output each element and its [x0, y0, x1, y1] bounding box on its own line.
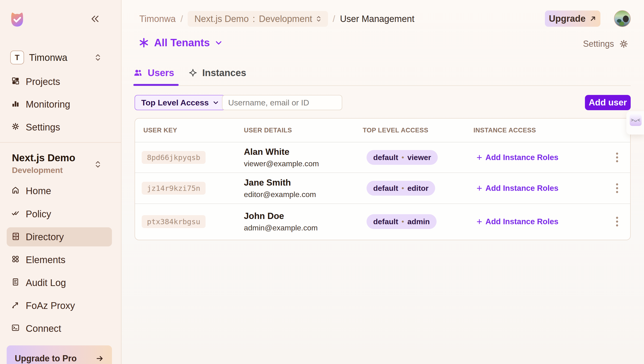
bar-chart-icon: [12, 99, 20, 110]
user-key-badge: 8pd66jkpyqsb: [142, 151, 206, 164]
sidebar-item-label: Connect: [26, 323, 61, 334]
user-search: [222, 95, 342, 110]
breadcrumb-project: Next.js Demo: [194, 14, 249, 24]
page-settings-link[interactable]: Settings: [583, 38, 628, 50]
tab-instances[interactable]: Instances: [189, 65, 246, 81]
add-user-button[interactable]: Add user: [585, 95, 631, 110]
feedback-widget[interactable]: >ᴗ<: [626, 111, 644, 134]
user-details-cell: Jane Smith editor@example.com: [242, 178, 361, 199]
tab-users[interactable]: Users: [133, 65, 174, 81]
add-instance-roles-label: Add Instance Roles: [486, 153, 558, 162]
circles-icon: [12, 255, 20, 265]
dot-separator: •: [402, 153, 404, 161]
sidebar-item-label: FoAz Proxy: [26, 300, 75, 311]
user-name: John Doe: [244, 211, 361, 221]
dot-separator: •: [402, 184, 404, 192]
sidebar-item-settings[interactable]: Settings: [12, 118, 60, 137]
workspace-chevron-updown-icon[interactable]: [95, 53, 101, 63]
grid-icon: [12, 76, 20, 87]
upgrade-to-pro-banner[interactable]: Upgrade to Pro: [7, 345, 112, 364]
plus-icon: +: [476, 217, 482, 226]
breadcrumb-page-title: User Management: [340, 14, 414, 24]
search-input[interactable]: [222, 98, 340, 107]
sidebar-item-label: Policy: [26, 209, 51, 220]
tab-label: Users: [148, 68, 174, 78]
column-header-user-key: USER KEY: [142, 127, 242, 134]
access-role: admin: [407, 217, 430, 226]
workspace-initial-badge: T: [10, 51, 24, 64]
tab-bar: Users Instances: [133, 65, 246, 81]
sidebar-item-label: Directory: [26, 232, 64, 242]
user-key-badge: jz14r9kzi75n: [142, 182, 206, 195]
project-chevron-updown-icon[interactable]: [95, 160, 101, 169]
breadcrumb-separator: /: [180, 14, 183, 24]
access-role-badge: default • admin: [366, 214, 436, 229]
sidebar-item-foaz-proxy[interactable]: FoAz Proxy: [12, 296, 75, 315]
sidebar-item-directory[interactable]: Directory: [12, 227, 64, 246]
workspace-name: Timonwa: [29, 52, 68, 63]
breadcrumb-workspace[interactable]: Timonwa: [139, 14, 176, 24]
sidebar-collapse-icon[interactable]: [90, 14, 100, 24]
workspace-selector[interactable]: Timonwa: [29, 51, 68, 64]
chevron-down-icon: [215, 40, 222, 46]
top-level-access-cell: default • viewer: [361, 150, 472, 165]
tenant-selector[interactable]: All Tenants: [139, 36, 222, 50]
add-instance-roles-button[interactable]: + Add Instance Roles: [472, 217, 615, 226]
sidebar-item-audit-log[interactable]: Audit Log: [12, 273, 66, 292]
table-row: jz14r9kzi75n Jane Smith editor@example.c…: [135, 173, 630, 204]
sidebar-item-label: Home: [26, 186, 51, 196]
column-header-top-level-access: TOP LEVEL ACCESS: [361, 127, 472, 134]
gear-icon: [12, 122, 20, 133]
gear-icon: [619, 39, 628, 48]
column-header-user-details: USER DETAILS: [242, 127, 361, 134]
user-email: viewer@example.com: [244, 159, 361, 168]
cabinet-icon: [12, 232, 20, 242]
tab-label: Instances: [202, 68, 246, 78]
sidebar-item-label: Settings: [26, 122, 60, 133]
breadcrumb-project-env-selector[interactable]: Next.js Demo : Development: [188, 11, 328, 27]
upgrade-button[interactable]: Upgrade: [545, 11, 600, 27]
sidebar-item-connect[interactable]: Connect: [12, 319, 61, 338]
sidebar-item-monitoring[interactable]: Monitoring: [12, 95, 70, 114]
top-level-access-cell: default • editor: [361, 181, 472, 196]
kebab-menu-icon[interactable]: [616, 152, 619, 163]
user-email: editor@example.com: [244, 190, 361, 199]
upgrade-label: Upgrade: [549, 14, 586, 24]
breadcrumb-colon: :: [252, 14, 255, 24]
kebab-menu-icon[interactable]: [616, 183, 619, 194]
sidebar: T Timonwa Projects Monitoring: [0, 0, 122, 364]
access-tenant: default: [373, 153, 398, 162]
table-row: ptx384krbgsu John Doe admin@example.com …: [135, 204, 630, 239]
sidebar-item-label: Elements: [26, 255, 66, 265]
user-avatar[interactable]: [614, 10, 631, 27]
home-icon: [12, 186, 20, 196]
top-level-access-filter[interactable]: Top Level Access: [134, 95, 225, 110]
add-instance-roles-button[interactable]: + Add Instance Roles: [472, 153, 615, 162]
sidebar-item-projects[interactable]: Projects: [12, 72, 60, 91]
active-tab-underline: [133, 84, 178, 86]
access-tenant: default: [373, 184, 398, 193]
tab-divider: [133, 85, 631, 86]
tenant-selector-label: All Tenants: [154, 37, 210, 49]
filter-label: Top Level Access: [141, 98, 209, 107]
kebab-menu-icon[interactable]: [616, 216, 619, 227]
sidebar-item-elements[interactable]: Elements: [12, 250, 66, 269]
add-instance-roles-button[interactable]: + Add Instance Roles: [472, 184, 615, 193]
plus-icon: +: [476, 184, 482, 193]
user-email: admin@example.com: [244, 224, 361, 232]
plus-icon: +: [476, 153, 482, 162]
breadcrumb-separator: /: [333, 14, 335, 24]
sidebar-item-home[interactable]: Home: [12, 181, 51, 200]
arrow-up-right-icon: [590, 15, 596, 22]
top-level-access-cell: default • admin: [361, 214, 472, 229]
users-icon: [133, 69, 142, 77]
add-instance-roles-label: Add Instance Roles: [486, 217, 558, 226]
asterisk-icon: [139, 38, 149, 48]
feedback-face-icon: >ᴗ<: [630, 114, 642, 126]
upgrade-to-pro-label: Upgrade to Pro: [15, 353, 77, 363]
environment-name: Development: [12, 165, 63, 175]
table-row: 8pd66jkpyqsb Alan White viewer@example.c…: [135, 142, 630, 173]
double-check-icon: [12, 209, 20, 220]
sidebar-item-policy[interactable]: Policy: [12, 205, 51, 224]
access-role-badge: default • viewer: [366, 150, 438, 165]
